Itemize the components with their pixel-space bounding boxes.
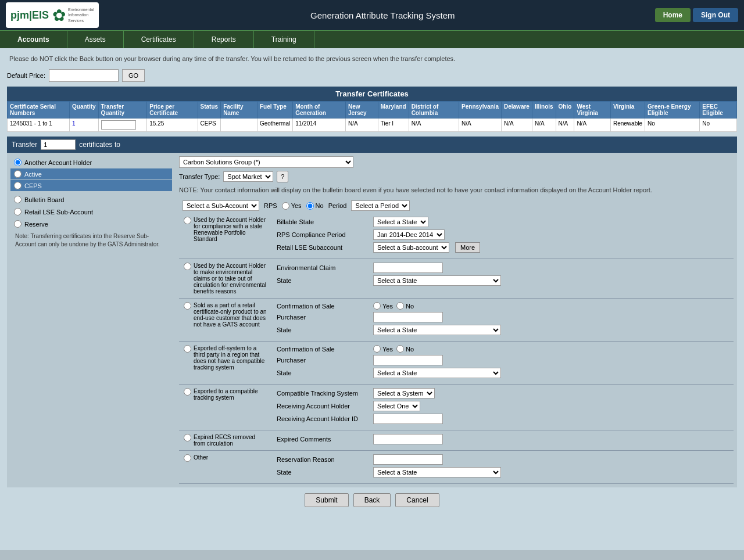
off-purchaser-input[interactable] (373, 355, 443, 365)
retail-purchaser-input[interactable] (373, 312, 443, 322)
rps-yes-group: Yes (282, 202, 302, 210)
retail-conf-no-radio[interactable] (396, 302, 404, 310)
go-button[interactable]: GO (122, 69, 145, 82)
cell-il: N/A (532, 119, 556, 132)
home-button[interactable]: Home (655, 8, 691, 22)
radio-other[interactable] (184, 454, 191, 462)
retail-lse-select[interactable]: Select a Sub-account (373, 242, 449, 253)
sub-option-exported-off: Exported off-system to a third party in … (179, 342, 734, 385)
help-button[interactable]: ? (277, 171, 288, 182)
cancel-button[interactable]: Cancel (395, 493, 439, 507)
cell-transfer-qty[interactable]: 1 (98, 119, 147, 132)
radio-another-input[interactable] (14, 159, 22, 166)
sub-option-environmental-left: Used by the Account Holder to make envir… (179, 259, 272, 298)
compatible-label[interactable]: Exported to a compatible tracking system (194, 388, 267, 401)
expired-comments-label: Expired Comments (277, 436, 370, 443)
receiving-holder-select[interactable]: Select One (373, 401, 420, 411)
retail-conf-no-label[interactable]: No (406, 303, 414, 310)
compliance-label[interactable]: Used by the Account Holder for complianc… (194, 217, 267, 242)
sub-option-other: Other Reservation Reason State Select a … (179, 451, 734, 484)
radio-ceps-input[interactable] (14, 182, 22, 189)
retail-state-select[interactable]: Select a State (373, 325, 501, 335)
radio-compatible[interactable] (184, 388, 191, 396)
cell-greene: No (645, 119, 699, 132)
retail-conf-yes-label[interactable]: Yes (382, 303, 393, 310)
radio-reserve-input[interactable] (14, 220, 22, 228)
note-box: NOTE: Your contact information will disp… (179, 186, 734, 195)
nav-item-training[interactable]: Training (254, 31, 314, 48)
env-claim-input[interactable] (373, 263, 443, 273)
radio-retail-input[interactable] (14, 208, 22, 216)
nav-item-reports[interactable]: Reports (194, 31, 254, 48)
radio-compliance[interactable] (184, 217, 191, 224)
radio-ceps-label[interactable]: CEPS (24, 182, 42, 189)
reservation-reason-row: Reservation Reason (277, 454, 729, 465)
radio-reserve-label[interactable]: Reserve (24, 221, 48, 228)
off-conf-no-radio[interactable] (396, 345, 404, 353)
signout-button[interactable]: Sign Out (693, 8, 738, 22)
more-button[interactable]: More (455, 242, 480, 253)
period-select[interactable]: Select a Period (351, 200, 410, 211)
nav-item-assets[interactable]: Assets (67, 31, 124, 48)
subaccount-select[interactable]: Select a Sub-Account (183, 200, 259, 211)
col-efec: EFEC Eligible (700, 102, 737, 119)
exported-off-label[interactable]: Exported off-system to a third party in … (194, 345, 267, 371)
transfer-type-select[interactable]: Spot Market (223, 171, 273, 182)
compat-system-select[interactable]: Select a System (373, 388, 435, 399)
retail-product-label[interactable]: Sold as a part of a retail certificate-o… (194, 302, 267, 328)
default-price-input[interactable] (49, 69, 119, 82)
radio-expired[interactable] (184, 434, 191, 441)
default-price-row: Default Price: GO (7, 69, 737, 82)
col-oh: Ohio (556, 102, 574, 119)
rps-yes-label[interactable]: Yes (291, 202, 302, 209)
period-label: Period (328, 202, 347, 209)
env-claim-label: Environmental Claim (277, 264, 370, 271)
navigation: Accounts Assets Certificates Reports Tra… (0, 30, 744, 48)
retail-conf-no-group: No (396, 302, 414, 310)
transfer-type-label: Transfer Type: (179, 173, 220, 180)
billable-state-select[interactable]: Select a State (373, 217, 428, 227)
radio-active-label[interactable]: Active (24, 171, 42, 178)
nav-item-certificates[interactable]: Certificates (124, 31, 194, 48)
radio-retail-product[interactable] (184, 302, 191, 310)
col-va: Virginia (610, 102, 645, 119)
rps-no-radio[interactable] (306, 202, 314, 210)
back-button[interactable]: Back (353, 493, 391, 507)
transfer-layout: Another Account Holder Active CEPS Bulle… (7, 153, 737, 487)
reservation-reason-input[interactable] (373, 454, 443, 465)
radio-bulletin-input[interactable] (14, 196, 22, 203)
transfer-type-row: Transfer Type: Spot Market ? (179, 171, 734, 182)
radio-exported-off[interactable] (184, 345, 191, 353)
off-conf-yes-label[interactable]: Yes (382, 346, 393, 353)
expired-comments-input[interactable] (373, 434, 443, 444)
nav-item-accounts[interactable]: Accounts (0, 31, 67, 48)
radio-bulletin-label[interactable]: Bulletin Board (24, 196, 65, 203)
radio-environmental[interactable] (184, 263, 191, 270)
other-label[interactable]: Other (194, 454, 208, 461)
radio-active-input[interactable] (14, 170, 22, 178)
other-state-select[interactable]: Select a State (373, 467, 501, 478)
receiving-id-input[interactable] (373, 414, 443, 424)
compat-system-row: Compatible Tracking System Select a Syst… (277, 388, 729, 399)
rps-no-label[interactable]: No (316, 202, 324, 209)
quantity-link[interactable]: 1 (72, 120, 76, 127)
sub-option-exported-off-right: Confirmation of Sale Yes No Purcha (272, 342, 734, 384)
submit-button[interactable]: Submit (305, 493, 348, 507)
off-conf-no-label[interactable]: No (406, 346, 414, 353)
rps-compliance-select[interactable]: Jan 2014-Dec 2014 (373, 229, 445, 240)
retail-conf-yes-radio[interactable] (373, 302, 381, 310)
other-state-row: State Select a State (277, 467, 729, 478)
env-state-select[interactable]: Select a State (373, 275, 501, 286)
account-dropdown[interactable]: Carbon Solutions Group (*) (179, 156, 353, 168)
environmental-label[interactable]: Used by the Account Holder to make envir… (194, 263, 267, 295)
off-state-select[interactable]: Select a State (373, 368, 501, 378)
right-panel: Carbon Solutions Group (*) Transfer Type… (176, 153, 737, 487)
radio-another-label[interactable]: Another Account Holder (24, 159, 92, 166)
off-conf-yes-radio[interactable] (373, 345, 381, 353)
transfer-count-input[interactable] (41, 139, 76, 150)
expired-label[interactable]: Expired RECS removed from circulation (194, 434, 267, 447)
rps-yes-radio[interactable] (282, 202, 289, 210)
logo-icon: ✿ (52, 6, 66, 25)
off-state-label: State (277, 369, 370, 376)
radio-retail-label[interactable]: Retail LSE Sub-Account (24, 209, 93, 216)
